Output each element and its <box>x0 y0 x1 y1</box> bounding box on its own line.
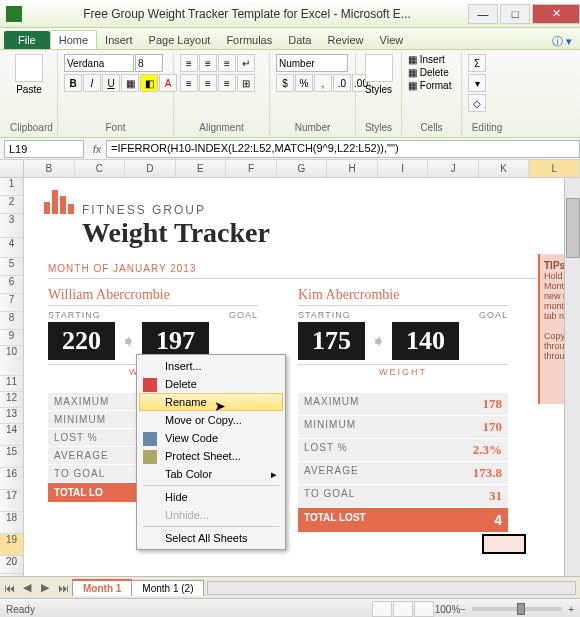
italic-button[interactable]: I <box>83 74 101 92</box>
cells-format-button[interactable]: ▦ Format <box>408 80 451 91</box>
help-icon[interactable]: ⓘ ▾ <box>552 34 572 49</box>
ctx-rename[interactable]: Rename <box>139 393 283 411</box>
percent-button[interactable]: % <box>295 74 313 92</box>
ctx-move-copy[interactable]: Move or Copy... <box>139 411 283 429</box>
ctx-hide[interactable]: Hide <box>139 488 283 506</box>
font-name-select[interactable] <box>64 54 134 72</box>
row-header[interactable]: 3 <box>0 214 23 238</box>
row-header[interactable]: 14 <box>0 424 23 446</box>
zoom-value[interactable]: 100% <box>435 604 461 615</box>
row-header[interactable]: 18 <box>0 512 23 534</box>
vertical-scrollbar[interactable] <box>564 178 580 576</box>
styles-button[interactable]: Styles <box>362 54 395 95</box>
align-mid-button[interactable]: ≡ <box>199 54 217 72</box>
font-size-select[interactable] <box>135 54 163 72</box>
row-header[interactable]: 1 <box>0 178 23 196</box>
clear-button[interactable]: ◇ <box>468 94 486 112</box>
scrollbar-thumb[interactable] <box>566 198 580 258</box>
merge-button[interactable]: ⊞ <box>237 74 255 92</box>
tab-nav-first[interactable]: ⏮ <box>0 579 18 597</box>
col-header[interactable]: D <box>125 160 176 177</box>
border-button[interactable]: ▦ <box>121 74 139 92</box>
col-header[interactable]: K <box>479 160 530 177</box>
col-header[interactable]: C <box>75 160 126 177</box>
formula-input[interactable]: =IFERROR(H10-INDEX(L22:L52,MATCH(9^9,L22… <box>106 140 580 158</box>
ctx-insert[interactable]: Insert... <box>139 357 283 375</box>
tab-insert[interactable]: Insert <box>97 31 141 49</box>
ctx-delete[interactable]: Delete <box>139 375 283 393</box>
col-header[interactable]: B <box>24 160 75 177</box>
row-header[interactable]: 9 <box>0 330 23 346</box>
row-header[interactable]: 2 <box>0 196 23 214</box>
zoom-slider[interactable] <box>472 607 562 611</box>
file-tab[interactable]: File <box>4 31 50 49</box>
tab-nav-next[interactable]: ▶ <box>36 579 54 597</box>
col-header[interactable]: J <box>428 160 479 177</box>
paste-button[interactable]: Paste <box>10 54 48 95</box>
tab-formulas[interactable]: Formulas <box>218 31 280 49</box>
inc-decimal-button[interactable]: .0 <box>333 74 351 92</box>
sheet-tab[interactable]: Month 1 (2) <box>131 580 204 596</box>
sheet-tab[interactable]: Month 1 <box>72 579 132 596</box>
selected-cell[interactable] <box>482 534 526 554</box>
align-top-button[interactable]: ≡ <box>180 54 198 72</box>
close-button[interactable]: ✕ <box>532 4 580 24</box>
row-header[interactable]: 10 <box>0 346 23 376</box>
row-header[interactable]: 8 <box>0 312 23 330</box>
minimize-button[interactable]: — <box>468 4 498 24</box>
cells-insert-button[interactable]: ▦ Insert <box>408 54 445 65</box>
tab-home[interactable]: Home <box>50 30 97 49</box>
col-header[interactable]: F <box>226 160 277 177</box>
align-bot-button[interactable]: ≡ <box>218 54 236 72</box>
comma-button[interactable]: , <box>314 74 332 92</box>
autosum-button[interactable]: Σ <box>468 54 486 72</box>
row-header[interactable]: 19 <box>0 534 23 556</box>
col-header[interactable]: L <box>529 160 580 177</box>
select-all-corner[interactable] <box>0 160 24 177</box>
ctx-select-all[interactable]: Select All Sheets <box>139 529 283 547</box>
slider-thumb[interactable] <box>517 603 525 615</box>
align-center-button[interactable]: ≡ <box>199 74 217 92</box>
row-header[interactable]: 6 <box>0 276 23 294</box>
row-header[interactable]: 4 <box>0 238 23 258</box>
tab-view[interactable]: View <box>372 31 412 49</box>
page-break-view-button[interactable] <box>414 601 434 617</box>
row-header[interactable]: 15 <box>0 446 23 468</box>
bold-button[interactable]: B <box>64 74 82 92</box>
number-format-select[interactable] <box>276 54 348 72</box>
horizontal-scrollbar[interactable] <box>207 581 576 595</box>
tab-nav-prev[interactable]: ◀ <box>18 579 36 597</box>
col-header[interactable]: G <box>277 160 328 177</box>
tab-nav-last[interactable]: ⏭ <box>54 579 72 597</box>
ctx-tab-color[interactable]: Tab Color▸ <box>139 465 283 483</box>
tab-page-layout[interactable]: Page Layout <box>141 31 219 49</box>
row-header[interactable]: 13 <box>0 408 23 424</box>
col-header[interactable]: H <box>327 160 378 177</box>
maximize-button[interactable]: □ <box>500 4 530 24</box>
currency-button[interactable]: $ <box>276 74 294 92</box>
fx-icon[interactable]: fx <box>88 143 106 155</box>
row-header[interactable]: 17 <box>0 490 23 512</box>
zoom-out-button[interactable]: − <box>460 604 466 615</box>
col-header[interactable]: I <box>378 160 429 177</box>
row-header[interactable]: 11 <box>0 376 23 392</box>
zoom-in-button[interactable]: + <box>568 604 574 615</box>
row-header[interactable]: 7 <box>0 294 23 312</box>
normal-view-button[interactable] <box>372 601 392 617</box>
row-header[interactable]: 12 <box>0 392 23 408</box>
sheet-content[interactable]: FITNESS GROUP Weight Tracker MONTH OF JA… <box>24 178 580 576</box>
ctx-view-code[interactable]: View Code <box>139 429 283 447</box>
page-layout-view-button[interactable] <box>393 601 413 617</box>
row-header[interactable]: 16 <box>0 468 23 490</box>
align-right-button[interactable]: ≡ <box>218 74 236 92</box>
name-box[interactable] <box>4 140 84 158</box>
fill-color-button[interactable]: ◧ <box>140 74 158 92</box>
ctx-protect[interactable]: Protect Sheet... <box>139 447 283 465</box>
cells-delete-button[interactable]: ▦ Delete <box>408 67 449 78</box>
underline-button[interactable]: U <box>102 74 120 92</box>
wrap-button[interactable]: ↵ <box>237 54 255 72</box>
col-header[interactable]: E <box>176 160 227 177</box>
tab-review[interactable]: Review <box>319 31 371 49</box>
align-left-button[interactable]: ≡ <box>180 74 198 92</box>
fill-button[interactable]: ▾ <box>468 74 486 92</box>
